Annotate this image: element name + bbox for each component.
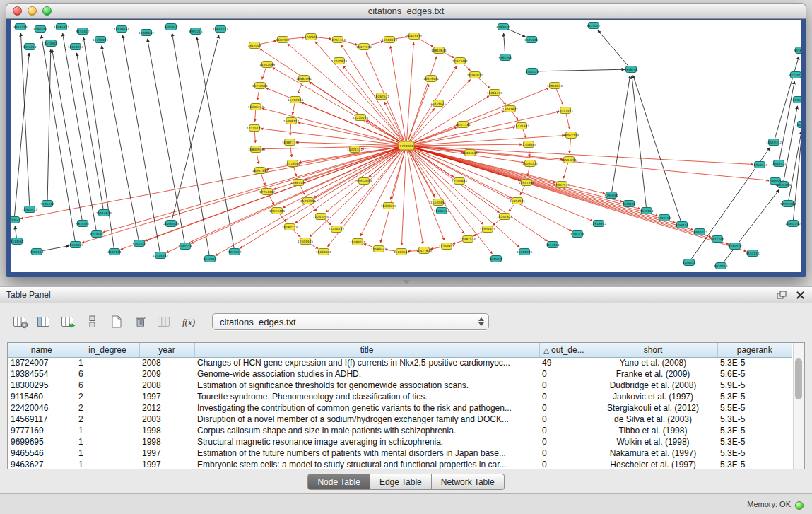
network-edge[interactable] — [566, 113, 570, 129]
network-edge[interactable] — [408, 111, 504, 145]
network-node[interactable]: 16387774 — [282, 139, 298, 146]
network-edge[interactable] — [528, 166, 530, 177]
network-node[interactable]: 16961372 — [406, 33, 422, 40]
network-node[interactable]: 15115142 — [795, 122, 801, 128]
network-edge[interactable] — [315, 42, 405, 144]
table-row[interactable]: 1938455462009Genome-wide association stu… — [8, 368, 792, 380]
table-row[interactable]: 1830029562008Estimation of significance … — [8, 380, 792, 391]
network-node[interactable]: 9615213 — [13, 24, 27, 30]
minimize-window-button[interactable] — [28, 6, 37, 16]
table-import-icon[interactable] — [58, 313, 78, 331]
network-node[interactable]: 9516142 — [794, 47, 801, 54]
network-node[interactable]: 9277415 — [789, 72, 801, 78]
network-node[interactable]: 1722605 — [304, 34, 317, 40]
network-edge[interactable] — [408, 146, 623, 202]
network-edge[interactable] — [290, 124, 291, 136]
network-node[interactable]: 15145451 — [430, 199, 446, 206]
table-row[interactable]: 911546021997Tourette syndrome. Phenomeno… — [8, 391, 792, 402]
merge-rows-icon[interactable] — [82, 313, 102, 331]
network-node[interactable]: 14810631 — [431, 47, 447, 54]
network-edge[interactable] — [103, 146, 404, 233]
network-edge[interactable] — [409, 127, 516, 146]
network-node[interactable]: 12973491 — [452, 58, 468, 64]
network-node[interactable]: 12076971 — [480, 226, 495, 233]
network-node[interactable]: 12427873 — [416, 247, 432, 254]
network-edge[interactable] — [41, 35, 75, 243]
network-node[interactable]: 15957544 — [554, 182, 570, 188]
network-node[interactable]: 11753811 — [439, 243, 454, 250]
network-node[interactable]: 15771342 — [514, 123, 529, 129]
network-edge[interactable] — [793, 131, 801, 221]
network-node[interactable]: 9514134 — [546, 242, 559, 248]
network-node[interactable]: 1724064 — [399, 141, 414, 150]
column-header-out_de[interactable]: △out_de... — [539, 343, 589, 357]
network-node[interactable]: 9741532 — [132, 240, 146, 247]
network-node[interactable]: 10345142 — [785, 221, 801, 227]
network-node[interactable]: 8183041 — [496, 24, 510, 30]
network-node[interactable]: 17504415 — [298, 238, 313, 245]
network-node[interactable]: 9245023 — [728, 243, 741, 250]
network-node[interactable]: 9214532 — [90, 231, 103, 238]
table-columns-icon[interactable] — [34, 313, 54, 331]
network-edge[interactable] — [535, 69, 625, 71]
network-node[interactable]: 12054953 — [356, 178, 372, 185]
network-edge[interactable] — [77, 53, 104, 211]
table-row[interactable]: 1456911722003Disruption of a novel membe… — [8, 414, 792, 425]
network-node[interactable]: 17254412 — [259, 189, 275, 195]
network-node[interactable]: 13451432 — [771, 160, 787, 167]
network-node[interactable]: 16619511 — [423, 76, 439, 82]
network-edge[interactable] — [15, 226, 16, 239]
network-edge[interactable] — [512, 111, 518, 121]
network-node[interactable]: 20260523 — [163, 221, 179, 227]
network-node[interactable]: 8791423 — [570, 231, 584, 238]
network-node[interactable]: 9961342 — [498, 54, 512, 61]
network-node[interactable]: 10653314 — [68, 44, 83, 50]
network-node[interactable]: 16041641 — [502, 106, 518, 112]
network-edge[interactable] — [14, 53, 29, 217]
network-node[interactable]: 15263544 — [394, 249, 409, 255]
table-row[interactable]: 969969511998Structural magnetic resonanc… — [8, 436, 792, 448]
tab-node-table[interactable]: Node Table — [307, 474, 370, 490]
network-node[interactable]: 14275125 — [247, 125, 262, 132]
network-node[interactable]: 9341523 — [178, 243, 192, 250]
network-edge[interactable] — [555, 88, 563, 104]
network-node[interactable]: 10008642 — [139, 30, 154, 36]
network-node[interactable]: 9954214 — [23, 44, 36, 50]
network-edge[interactable] — [273, 68, 404, 145]
network-node[interactable]: 12481514 — [460, 236, 476, 243]
network-node[interactable]: 15583031 — [350, 239, 365, 245]
network-node[interactable]: 1612043 — [247, 42, 261, 49]
network-node[interactable]: 15712463 — [288, 97, 303, 103]
table-row[interactable]: 2242004622012Investigating the contribut… — [8, 402, 792, 414]
network-edge[interactable] — [63, 33, 97, 232]
network-node[interactable]: 10451432 — [692, 229, 707, 235]
network-node[interactable]: 15718511 — [252, 83, 268, 89]
column-header-pagerank[interactable]: pagerank — [717, 343, 792, 357]
network-node[interactable]: 13220174 — [353, 115, 368, 121]
close-panel-icon[interactable] — [794, 290, 806, 300]
network-node[interactable]: 8751523 — [525, 69, 539, 75]
network-node[interactable]: 16404611 — [462, 150, 478, 156]
network-node[interactable]: 12106465 — [521, 141, 536, 148]
network-node[interactable]: 15145453 — [434, 208, 449, 214]
network-node[interactable]: 9914532 — [228, 249, 241, 255]
network-node[interactable]: 8092415 — [33, 26, 47, 33]
network-edge[interactable] — [269, 194, 274, 205]
network-edge[interactable] — [172, 35, 219, 221]
network-node[interactable]: 9354151 — [675, 222, 688, 228]
network-edge[interactable] — [409, 112, 560, 145]
network-node[interactable]: 15164272 — [522, 160, 538, 167]
network-edge[interactable] — [290, 145, 291, 158]
network-node[interactable]: 8810423 — [714, 263, 727, 269]
network-node[interactable]: 10514542 — [153, 252, 168, 259]
network-edge[interactable] — [612, 76, 630, 193]
network-node[interactable]: 9639195 — [622, 201, 635, 207]
network-node[interactable]: 15061325 — [487, 90, 502, 96]
network-node[interactable]: 14519342 — [766, 139, 782, 146]
network-node[interactable]: 8547414 — [203, 256, 216, 262]
network-node[interactable]: 16482091 — [296, 76, 312, 82]
network-node[interactable]: 16560913 — [382, 37, 397, 43]
float-panel-icon[interactable] — [776, 290, 787, 300]
network-edge[interactable] — [197, 37, 235, 250]
network-node[interactable]: 9151442 — [76, 28, 89, 35]
